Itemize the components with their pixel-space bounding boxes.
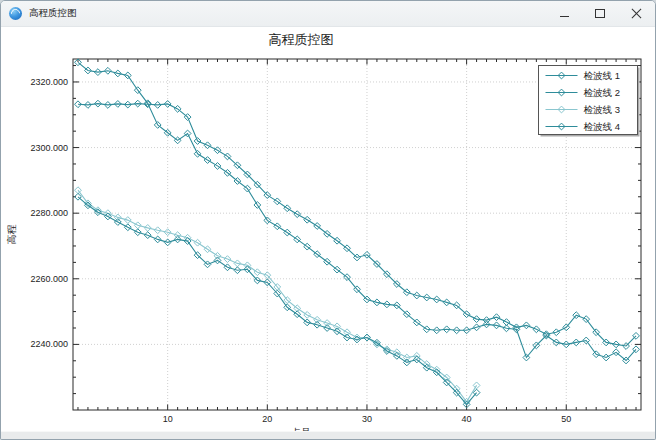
y-axis-label: 高程: [6, 225, 17, 245]
legend-label: 检波线 3: [584, 104, 620, 115]
app-window: 高程质控图 10203040502240.0002260.0002280.000…: [0, 0, 656, 440]
y-tick-label: 2240.000: [30, 339, 68, 349]
chart-svg: 10203040502240.0002260.0002280.0002300.0…: [1, 27, 655, 431]
legend: 检波线 1检波线 2检波线 3检波线 4: [539, 66, 640, 137]
title-bar[interactable]: 高程质控图: [1, 1, 655, 27]
x-tick-label: 30: [362, 414, 372, 424]
series-1: [75, 100, 640, 349]
window-controls: [549, 4, 651, 23]
y-tick-label: 2320.000: [30, 77, 68, 87]
y-tick-label: 2280.000: [30, 208, 68, 218]
x-tick-label: 10: [163, 414, 173, 424]
legend-label: 检波线 2: [584, 87, 620, 98]
x-axis-label: 点号: [291, 427, 311, 431]
status-bar: [1, 431, 655, 440]
legend-label: 检波线 1: [584, 70, 620, 81]
y-tick-label: 2260.000: [30, 274, 68, 284]
close-icon: [631, 8, 642, 19]
close-button[interactable]: [621, 4, 651, 23]
y-tick-label: 2300.000: [30, 143, 68, 153]
legend-label: 检波线 4: [584, 121, 620, 132]
chart-title: 高程质控图: [269, 32, 334, 47]
window-title: 高程质控图: [29, 7, 549, 20]
maximize-button[interactable]: [585, 4, 615, 23]
minimize-icon: [560, 16, 569, 17]
chart-panel: 10203040502240.0002260.0002280.0002300.0…: [1, 27, 655, 431]
x-tick-label: 20: [262, 414, 272, 424]
series-4: [75, 193, 480, 407]
minimize-button[interactable]: [549, 4, 579, 23]
maximize-icon: [595, 9, 605, 18]
app-icon: [9, 7, 22, 20]
x-tick-label: 40: [462, 414, 472, 424]
x-tick-label: 50: [561, 414, 571, 424]
